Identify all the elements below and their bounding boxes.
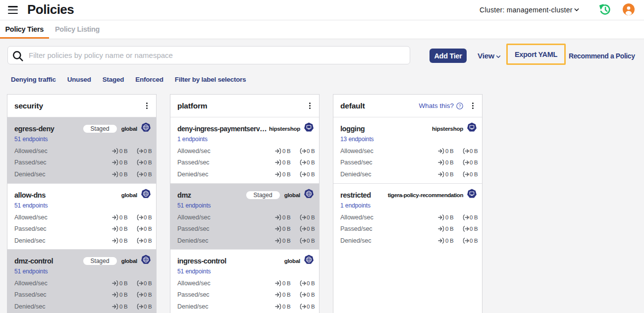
svg-text:?: ? [459, 104, 461, 108]
